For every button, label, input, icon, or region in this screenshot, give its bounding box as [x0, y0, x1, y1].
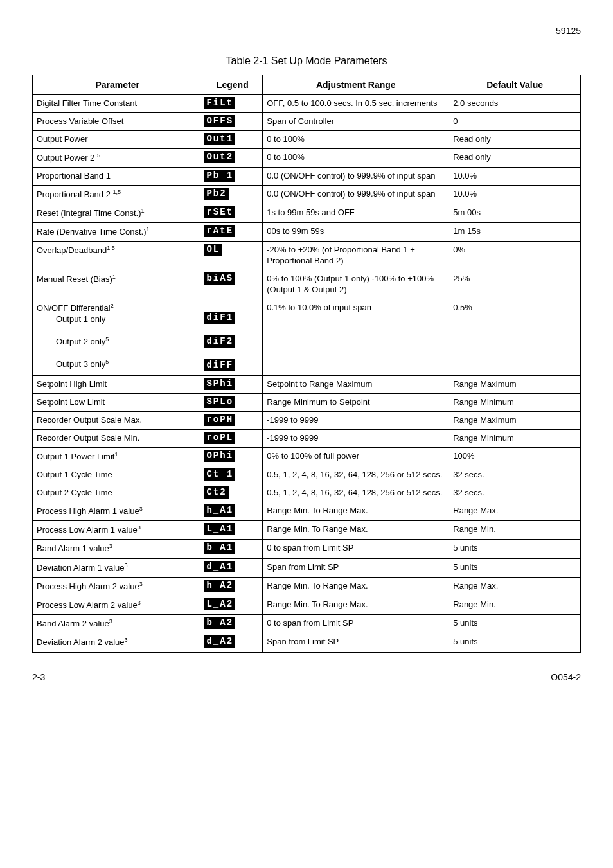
- default-cell: Range Minimum: [449, 394, 581, 412]
- range-cell: -20% to +20% (of Proportional Band 1 + P…: [263, 242, 449, 270]
- param-cell: Deviation Alarm 1 value3: [33, 558, 202, 577]
- range-cell: -1999 to 9999: [263, 430, 449, 448]
- table-row: Reset (Integral Time Const.)1rSEt1s to 9…: [33, 204, 581, 223]
- legend-cell: roPH: [202, 412, 263, 430]
- param-cell: Recorder Output Scale Max.: [33, 412, 202, 430]
- param-cell: Deviation Alarm 2 value3: [33, 633, 202, 652]
- default-cell: 10.0%: [449, 167, 581, 185]
- param-cell: Process High Alarm 2 value3: [33, 577, 202, 596]
- range-cell: 0 to span from Limit SP: [263, 615, 449, 633]
- range-cell: Setpoint to Range Maximum: [263, 376, 449, 394]
- table-row: Setpoint High LimitSPhiSetpoint to Range…: [33, 376, 581, 394]
- default-cell: 25%: [449, 270, 581, 299]
- legend-cell: Ct 1: [202, 466, 263, 484]
- param-cell: Recorder Output Scale Min.: [33, 430, 202, 448]
- col-default: Default Value: [449, 75, 581, 95]
- table-row: Process Variable OffsetOFFS Span of Cont…: [33, 112, 581, 130]
- table-row: Manual Reset (Bias)1biAS0% to 100% (Outp…: [33, 270, 581, 299]
- legend-cell: FiLt: [202, 95, 263, 113]
- default-cell: 2.0 seconds: [449, 95, 581, 113]
- range-cell: Span from Limit SP: [263, 633, 449, 652]
- col-range: Adjustment Range: [263, 75, 449, 95]
- table-row: Process High Alarm 2 value3h_A2Range Min…: [33, 577, 581, 596]
- range-cell: 0% to 100% of full power: [263, 447, 449, 466]
- legend-cell: Pb 1: [202, 167, 263, 185]
- default-cell: Range Maximum: [449, 412, 581, 430]
- table-row: Recorder Output Scale Min.roPL-1999 to 9…: [33, 430, 581, 448]
- table-row: Digital Filter Time ConstantFiLtOFF, 0.5…: [33, 95, 581, 113]
- default-cell: Range Minimum: [449, 430, 581, 448]
- table-row: Proportional Band 2 1,5Pb20.0 (ON/OFF co…: [33, 185, 581, 204]
- legend-cell: rAtE: [202, 223, 263, 242]
- range-cell: 00s to 99m 59s: [263, 223, 449, 242]
- param-cell: Output Power 2 5: [33, 148, 202, 167]
- default-cell: 32 secs.: [449, 466, 581, 484]
- range-cell: 0.0 (ON/OFF control) to 999.9% of input …: [263, 167, 449, 185]
- default-cell: 1m 15s: [449, 223, 581, 242]
- default-cell: Range Max.: [449, 577, 581, 596]
- param-cell: Process Low Alarm 1 value3: [33, 521, 202, 540]
- default-cell: 10.0%: [449, 185, 581, 204]
- range-cell: -1999 to 9999: [263, 412, 449, 430]
- table-row: Proportional Band 1Pb 10.0 (ON/OFF contr…: [33, 167, 581, 185]
- table-row: Overlap/Deadband1,5OL-20% to +20% (of Pr…: [33, 242, 581, 270]
- default-cell: 32 secs.: [449, 484, 581, 502]
- legend-cell: OPhi: [202, 447, 263, 466]
- table-row: Output Power 2 5Out20 to 100%Read only: [33, 148, 581, 167]
- param-cell: Setpoint Low Limit: [33, 394, 202, 412]
- table-row: Output 2 Cycle TimeCt20.5, 1, 2, 4, 8, 1…: [33, 484, 581, 502]
- legend-cell: Out2: [202, 148, 263, 167]
- table-row: Deviation Alarm 2 value3d_A2 Span from L…: [33, 633, 581, 652]
- legend-cell: SPLo: [202, 394, 263, 412]
- table-row: Process Low Alarm 1 value3L_A1Range Min.…: [33, 521, 581, 540]
- legend-cell: b_A1: [202, 540, 263, 558]
- range-cell: 0 to 100%: [263, 148, 449, 167]
- range-cell: Range Min. To Range Max.: [263, 577, 449, 596]
- default-cell: 0%: [449, 242, 581, 270]
- legend-cell: Out1: [202, 130, 263, 148]
- page-number-top: 59125: [32, 26, 581, 36]
- table-row: Process Low Alarm 2 value3L_A2Range Min.…: [33, 596, 581, 615]
- table-row: Output 1 Power Limit1OPhi0% to 100% of f…: [33, 447, 581, 466]
- range-cell: Range Min. To Range Max.: [263, 596, 449, 615]
- legend-cell: b_A2: [202, 615, 263, 633]
- legend-cell: L_A2: [202, 596, 263, 615]
- table-row: Process High Alarm 1 value3h_A1Range Min…: [33, 502, 581, 520]
- param-cell: ON/OFF Differential2Output 1 onlyOutput …: [33, 299, 202, 376]
- default-cell: 0: [449, 112, 581, 130]
- default-cell: 0.5%: [449, 299, 581, 376]
- default-cell: 5m 00s: [449, 204, 581, 223]
- table-row: Recorder Output Scale Max.roPH-1999 to 9…: [33, 412, 581, 430]
- legend-cell: h_A1: [202, 502, 263, 520]
- table-header-row: Parameter Legend Adjustment Range Defaul…: [33, 75, 581, 95]
- legend-cell: biAS: [202, 270, 263, 299]
- table-row: Output PowerOut10 to 100%Read only: [33, 130, 581, 148]
- default-cell: Range Min.: [449, 521, 581, 540]
- param-cell: Digital Filter Time Constant: [33, 95, 202, 113]
- legend-cell: diF1diF2diFF: [202, 299, 263, 376]
- legend-cell: Pb2: [202, 185, 263, 204]
- table-row: Setpoint Low LimitSPLoRange Minimum to S…: [33, 394, 581, 412]
- param-cell: Process Low Alarm 2 value3: [33, 596, 202, 615]
- range-cell: Range Minimum to Setpoint: [263, 394, 449, 412]
- range-cell: 0 to 100%: [263, 130, 449, 148]
- default-cell: 5 units: [449, 540, 581, 558]
- range-cell: Range Min. To Range Max.: [263, 521, 449, 540]
- table-row: Rate (Derivative Time Const.)1rAtE00s to…: [33, 223, 581, 242]
- range-cell: 0.5, 1, 2, 4, 8, 16, 32, 64, 128, 256 or…: [263, 484, 449, 502]
- range-cell: 0 to span from Limit SP: [263, 540, 449, 558]
- param-cell: Proportional Band 1: [33, 167, 202, 185]
- param-cell: Rate (Derivative Time Const.)1: [33, 223, 202, 242]
- legend-cell: h_A2: [202, 577, 263, 596]
- range-cell: Range Min. To Range Max.: [263, 502, 449, 520]
- range-cell: 0% to 100% (Output 1 only) -100% to +100…: [263, 270, 449, 299]
- param-cell: Process High Alarm 1 value3: [33, 502, 202, 520]
- col-legend: Legend: [202, 75, 263, 95]
- range-cell: OFF, 0.5 to 100.0 secs. In 0.5 sec. incr…: [263, 95, 449, 113]
- table-row: Band Alarm 2 value3b_A20 to span from Li…: [33, 615, 581, 633]
- legend-cell: L_A1: [202, 521, 263, 540]
- table-row: Band Alarm 1 value3b_A10 to span from Li…: [33, 540, 581, 558]
- default-cell: Read only: [449, 148, 581, 167]
- footer: 2-3 O054-2: [32, 672, 581, 682]
- legend-cell: d_A2: [202, 633, 263, 652]
